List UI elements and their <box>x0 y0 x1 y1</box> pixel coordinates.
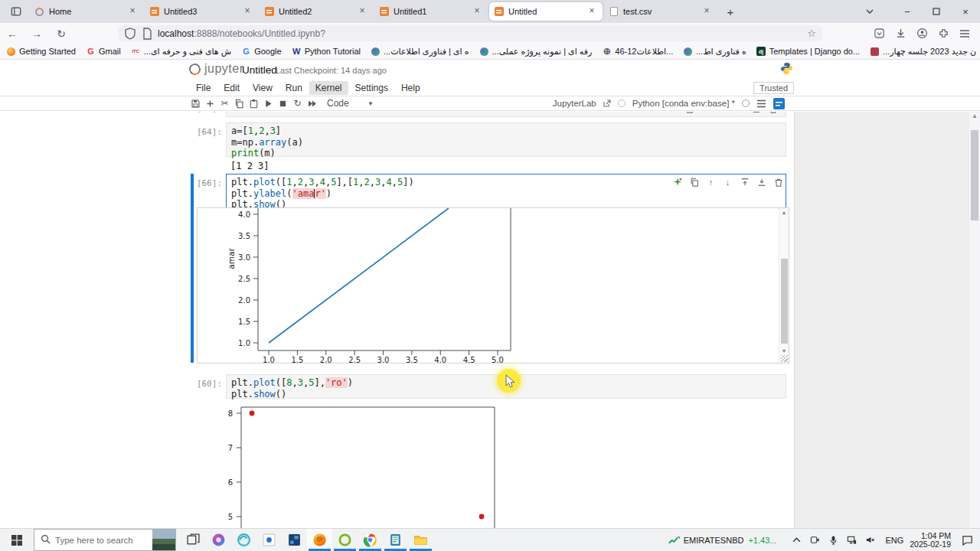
window-minimize-button[interactable]: − <box>893 0 922 23</box>
action-center-icon[interactable] <box>957 534 977 546</box>
browser-tab[interactable]: Untitled3× <box>145 2 258 21</box>
cell-duplicate-icon[interactable] <box>689 177 699 187</box>
account-icon[interactable] <box>913 25 931 42</box>
tray-meet-now-icon[interactable] <box>807 535 822 545</box>
tray-volume-muted-icon[interactable] <box>862 535 877 545</box>
tab-close-icon[interactable]: × <box>586 5 598 18</box>
restart-run-all-icon[interactable] <box>305 97 319 109</box>
tray-microphone-icon[interactable] <box>825 535 841 545</box>
pocket-icon[interactable] <box>870 25 888 42</box>
menu-settings[interactable]: Settings <box>349 81 394 95</box>
menu-run[interactable]: Run <box>279 81 309 95</box>
firefox-view-icon[interactable] <box>6 4 26 19</box>
window-close-button[interactable]: × <box>951 0 980 23</box>
menu-help[interactable]: Help <box>395 81 426 95</box>
browser-tab[interactable]: Untitled1× <box>374 2 488 21</box>
bookmark-item[interactable]: djTemplates | Django do... <box>756 47 860 57</box>
tab-close-icon[interactable]: × <box>471 5 483 18</box>
bookmark-item[interactable]: ...ه فناوری اط <box>683 47 746 57</box>
taskbar-chrome-icon[interactable] <box>358 529 383 551</box>
extensions-icon[interactable] <box>934 25 952 42</box>
cell-type-chevron-icon[interactable]: ▾ <box>369 99 373 107</box>
bookmark-item[interactable]: ITC...ش های فنی و حرفه ای <box>131 47 231 57</box>
menu-view[interactable]: View <box>247 81 279 95</box>
cell-move-down-icon[interactable]: ↓ <box>717 112 727 113</box>
cell-64[interactable]: [64]: a=[1,2,3]m=np.array(a)print(m) [1 … <box>0 122 794 173</box>
cell-sparkle-icon[interactable] <box>672 177 682 187</box>
tab-close-icon[interactable]: × <box>701 5 713 18</box>
cell-output-scroll-area[interactable]: 4.03.53.02.52.01.51.01.01.52.02.53.03.54… <box>197 207 789 364</box>
cell-insert-below-icon[interactable] <box>751 112 761 113</box>
restart-kernel-icon[interactable]: ↻ <box>290 97 305 109</box>
notebook-title[interactable]: Untitled <box>242 64 277 76</box>
list-all-tabs-icon[interactable] <box>859 0 880 23</box>
cell-delete-icon[interactable] <box>773 177 783 187</box>
output-scroll-thumb[interactable] <box>781 259 788 344</box>
stop-icon[interactable] <box>276 97 290 109</box>
menu-icon[interactable] <box>956 25 974 42</box>
new-tab-button[interactable]: + <box>721 2 740 21</box>
search-daily-image[interactable] <box>152 530 175 550</box>
language-indicator[interactable]: ENG <box>885 536 903 545</box>
cell-66[interactable]: [66]: plt.plot([1,2,3,4,5],[1,2,3,4,5])p… <box>0 174 794 364</box>
cut-icon[interactable]: ✂ <box>217 97 232 109</box>
taskbar-green-ring-app-icon[interactable] <box>332 529 358 551</box>
insert-cell-icon[interactable] <box>203 97 217 109</box>
kernel-menu-icon[interactable] <box>756 99 766 108</box>
tab-close-icon[interactable]: × <box>241 5 253 18</box>
copy-icon[interactable] <box>232 97 247 109</box>
menu-kernel[interactable]: Kernel <box>309 81 348 95</box>
notebook-panel-icon[interactable] <box>773 98 785 109</box>
url-text[interactable]: localhost:8888/notebooks/Untitled.ipynb? <box>158 28 325 39</box>
page-info-icon[interactable] <box>141 28 153 40</box>
reload-icon[interactable]: ↻ <box>52 25 70 42</box>
taskbar-notebook-app-icon[interactable] <box>383 529 408 551</box>
bookmark-item[interactable]: Getting Started <box>6 47 76 57</box>
jupyterlab-link[interactable]: JupyterLab <box>553 99 596 108</box>
downloads-icon[interactable] <box>891 25 910 42</box>
back-icon[interactable]: ← <box>3 25 21 42</box>
bookmark-item[interactable]: ...ه ای | فناوری اطلاعات <box>371 47 469 57</box>
bookmark-item[interactable]: ...ن جدید 2023 جلسه چهار <box>870 47 976 57</box>
forward-icon[interactable]: → <box>28 25 46 42</box>
output-scrollbar[interactable]: ▲ ▼ <box>779 208 789 363</box>
save-icon[interactable] <box>188 97 203 109</box>
cell-insert-above-icon[interactable] <box>740 177 750 187</box>
output-scroll-down-icon[interactable]: ▼ <box>779 347 789 355</box>
cell-duplicate-icon[interactable] <box>684 112 694 113</box>
tray-network-icon[interactable] <box>844 535 859 545</box>
url-bar[interactable]: localhost:8888/notebooks/Untitled.ipynb?… <box>118 25 822 41</box>
taskbar-edge-legacy-icon[interactable] <box>231 529 256 551</box>
taskbar-firefox-icon[interactable] <box>307 529 332 551</box>
cell-insert-below-icon[interactable] <box>756 177 766 187</box>
window-maximize-button[interactable] <box>922 0 951 23</box>
tab-close-icon[interactable]: × <box>356 5 368 18</box>
cell-move-up-icon[interactable]: ↑ <box>701 112 710 113</box>
browser-tab[interactable]: test.csv× <box>604 2 717 21</box>
taskbar-copilot-icon[interactable] <box>206 529 231 551</box>
bookmark-item[interactable]: GGoogle <box>241 47 281 57</box>
taskbar-search-input[interactable]: Type here to search <box>34 529 176 551</box>
cell-sparkle-icon[interactable] <box>667 112 677 113</box>
notebook-scrollbar[interactable]: ▲ <box>969 112 980 528</box>
browser-tab[interactable]: Untitled2× <box>260 2 373 21</box>
taskbar-file-explorer-icon[interactable] <box>408 529 433 551</box>
trusted-badge[interactable]: Trusted <box>753 82 794 94</box>
browser-tab[interactable]: Home× <box>30 2 143 21</box>
taskbar-task-view-icon[interactable] <box>181 529 206 551</box>
kernel-bug-icon[interactable] <box>618 99 626 107</box>
jupyter-logo[interactable]: jupyter <box>189 62 244 76</box>
output-scroll-up-icon[interactable]: ▲ <box>779 208 789 217</box>
code-input[interactable]: import matplotlib.pyplot as plt ↑↓ <box>226 112 786 117</box>
start-button[interactable] <box>0 529 34 551</box>
bookmark-item[interactable]: WPython Tutorial <box>292 47 361 57</box>
clock[interactable]: 1:04 PM 2025-02-19 <box>910 532 951 549</box>
code-input[interactable]: a=[1,2,3]m=np.array(a)print(m) <box>226 122 786 157</box>
tray-chevron-up-icon[interactable] <box>789 535 804 545</box>
cell-60[interactable]: [60]: plt.plot([8,3,5],'ro')plt.show() 8… <box>0 374 794 528</box>
bookmark-item[interactable]: ⊕46-12اطلاعات... <box>602 47 673 57</box>
cell-clipped[interactable]: [63]: import matplotlib.pyplot as plt ↑↓ <box>0 112 794 117</box>
cell-type-select[interactable]: Code <box>327 98 349 109</box>
scrollbar-up-icon[interactable]: ▲ <box>969 112 980 121</box>
output-resize-grip[interactable] <box>781 355 788 362</box>
